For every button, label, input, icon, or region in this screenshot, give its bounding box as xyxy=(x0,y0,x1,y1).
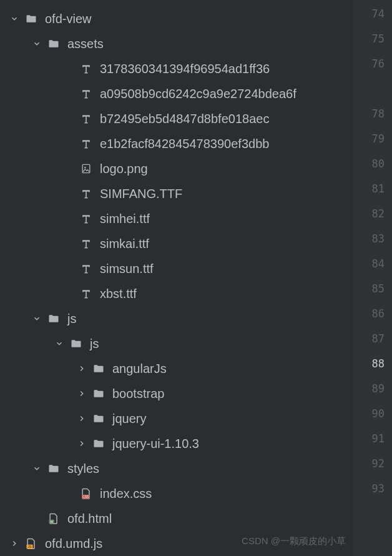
chevron-right-icon xyxy=(76,414,87,423)
tree-file-font[interactable]: simkai.ttf xyxy=(0,231,353,256)
gutter-line-number xyxy=(353,501,385,526)
folder-icon xyxy=(91,387,106,400)
gutter-line-number: 74 xyxy=(353,1,385,26)
tree-folder-js-inner[interactable]: js xyxy=(0,331,353,356)
gutter-line-number: 86 xyxy=(353,301,385,326)
font-file-icon xyxy=(79,262,94,275)
folder-label: styles xyxy=(67,456,99,481)
folder-icon xyxy=(69,337,84,350)
file-label: SIMFANG.TTF xyxy=(100,181,182,206)
file-label: logo.png xyxy=(100,156,148,181)
tree-file-html[interactable]: H ofd.html xyxy=(0,506,353,531)
font-file-icon xyxy=(79,237,94,250)
tree-folder-assets[interactable]: assets xyxy=(0,31,353,56)
file-label: 3178360341394f96954ad1ff36 xyxy=(100,56,270,81)
folder-icon xyxy=(46,37,61,50)
file-label: index.css xyxy=(100,481,152,506)
tree-folder-js[interactable]: js xyxy=(0,306,353,331)
tree-folder-angularjs[interactable]: angularJs xyxy=(0,356,353,381)
folder-label: jquery xyxy=(112,406,146,431)
file-label: ofd.umd.js xyxy=(45,531,102,556)
gutter-line-number: 80 xyxy=(353,151,385,176)
gutter-line-number xyxy=(353,89,385,101)
folder-icon xyxy=(24,12,39,25)
gutter-line-number: 83 xyxy=(353,226,385,251)
file-tree: ofd-view assets 3178360341394f96954ad1ff… xyxy=(0,0,353,556)
tree-file-font[interactable]: simhei.ttf xyxy=(0,206,353,231)
gutter-line-number: 79 xyxy=(353,126,385,151)
gutter-line-number: 91 xyxy=(353,426,385,451)
tree-file-font[interactable]: b72495eb5d4847d8bfe018aec xyxy=(0,106,353,131)
font-file-icon xyxy=(79,112,94,125)
folder-icon xyxy=(91,412,106,425)
font-file-icon xyxy=(79,287,94,300)
gutter-line-number: 81 xyxy=(353,176,385,201)
gutter-line-number: 87 xyxy=(353,326,385,351)
font-file-icon xyxy=(79,187,94,200)
folder-label: ofd-view xyxy=(45,6,91,31)
tree-file-image[interactable]: logo.png xyxy=(0,156,353,181)
file-label: simsun.ttf xyxy=(100,256,154,281)
tree-file-font[interactable]: e1b2facf842845478390ef3dbb xyxy=(0,131,353,156)
tree-file-font[interactable]: a09508b9cd6242c9a9e2724bdea6f xyxy=(0,81,353,106)
folder-label: jquery-ui-1.10.3 xyxy=(112,431,199,456)
tree-file-font[interactable]: SIMFANG.TTF xyxy=(0,181,353,206)
css-file-icon: CSS xyxy=(79,487,94,500)
file-label: b72495eb5d4847d8bfe018aec xyxy=(100,106,269,131)
folder-label: js xyxy=(90,331,99,356)
gutter-line-number: 84 xyxy=(353,251,385,276)
folder-icon xyxy=(91,437,106,450)
file-label: simhei.ttf xyxy=(100,206,150,231)
tree-file-font[interactable]: 3178360341394f96954ad1ff36 xyxy=(0,56,353,81)
gutter-line-number: 90 xyxy=(353,401,385,426)
gutter-line-number: 93 xyxy=(353,476,385,501)
chevron-right-icon xyxy=(76,439,87,448)
folder-label: js xyxy=(67,306,76,331)
folder-label: assets xyxy=(67,31,104,56)
chevron-right-icon xyxy=(76,389,87,398)
tree-file-font[interactable]: xbst.ttf xyxy=(0,281,353,306)
tree-folder-styles[interactable]: styles xyxy=(0,456,353,481)
chevron-down-icon xyxy=(31,464,42,473)
html-file-icon: H xyxy=(46,512,61,525)
tree-folder-jquery-ui[interactable]: jquery-ui-1.10.3 xyxy=(0,431,353,456)
folder-label: angularJs xyxy=(112,356,167,381)
svg-text:H: H xyxy=(51,520,53,524)
chevron-right-icon xyxy=(9,539,20,548)
gutter-line-number: 82 xyxy=(353,201,385,226)
tree-folder-bootstrap[interactable]: bootstrap xyxy=(0,381,353,406)
js-file-icon: JS xyxy=(24,537,39,550)
file-label: ofd.html xyxy=(67,506,112,531)
gutter-line-number: 75 xyxy=(353,26,385,51)
chevron-down-icon xyxy=(31,314,42,323)
file-label: e1b2facf842845478390ef3dbb xyxy=(100,131,269,156)
image-file-icon xyxy=(79,162,94,175)
file-label: simkai.ttf xyxy=(100,231,149,256)
font-file-icon xyxy=(79,212,94,225)
tree-file-font[interactable]: simsun.ttf xyxy=(0,256,353,281)
gutter-line-number: 85 xyxy=(353,276,385,301)
font-file-icon xyxy=(79,87,94,100)
file-label: a09508b9cd6242c9a9e2724bdea6f xyxy=(100,81,296,106)
tree-folder-ofd-view[interactable]: ofd-view xyxy=(0,6,353,31)
gutter-line-number: 88 xyxy=(353,351,385,376)
editor-gutter: 74 75 76 78 79 80 81 82 83 84 85 86 87 8… xyxy=(353,0,392,556)
chevron-down-icon xyxy=(9,14,20,23)
gutter-line-number: 89 xyxy=(353,376,385,401)
folder-icon xyxy=(46,312,61,325)
svg-text:JS: JS xyxy=(27,545,32,549)
chevron-down-icon xyxy=(31,39,42,48)
svg-text:CSS: CSS xyxy=(82,495,89,499)
gutter-line-number: 76 xyxy=(353,51,385,89)
folder-icon xyxy=(46,462,61,475)
chevron-down-icon xyxy=(54,339,65,348)
tree-folder-jquery[interactable]: jquery xyxy=(0,406,353,431)
file-label: xbst.ttf xyxy=(100,281,137,306)
folder-label: bootstrap xyxy=(112,381,164,406)
tree-file-css[interactable]: CSS index.css xyxy=(0,481,353,506)
chevron-right-icon xyxy=(76,364,87,373)
tree-file-js[interactable]: JS ofd.umd.js xyxy=(0,531,353,556)
gutter-line-number: 92 xyxy=(353,451,385,476)
font-file-icon xyxy=(79,62,94,75)
folder-icon xyxy=(91,362,106,375)
